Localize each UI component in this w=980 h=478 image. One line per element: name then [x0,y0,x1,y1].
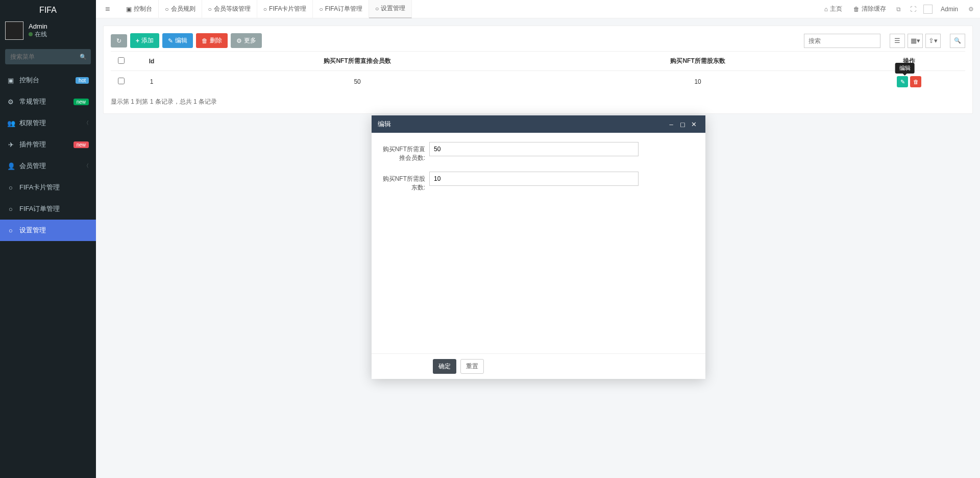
i-dash-icon [7,77,14,84]
home-icon [824,6,828,13]
admin-dropdown[interactable]: Admin [938,6,961,13]
modal-minimize-button[interactable] [666,121,677,128]
sidebar-item[interactable]: 会员管理〈 [0,155,96,177]
sidebar-item-label: FIFA订单管理 [19,204,60,213]
tab-label: 设置管理 [381,4,405,13]
chevron-left-icon: 〈 [84,162,89,170]
sidebar-item-label: 设置管理 [19,226,46,235]
sidebar-item[interactable]: FIFA订单管理 [0,198,96,220]
cell-id: 1 [131,71,172,93]
user-panel: Admin 在线 [0,15,96,46]
brand-title: FIFA [0,0,96,15]
i-circle-icon [165,6,168,13]
col-shareholders[interactable]: 购买NFT所需股东数 [543,52,853,71]
home-link[interactable]: 主页 [821,5,845,13]
field-members-label: 购买NFT所需直推会员数: [381,142,429,162]
sidebar-item[interactable]: 插件管理new [0,134,96,155]
i-circle-icon [7,205,14,213]
i-user-icon [7,162,14,170]
add-button[interactable]: 添加 [130,33,159,48]
tab[interactable]: FIFA订单管理 [313,0,369,18]
tab-label: 会员等级管理 [214,5,251,13]
table-search-input[interactable] [804,34,880,48]
topbar: 控制台会员规则会员等级管理FIFA卡片管理FIFA订单管理设置管理 主页 清除缓… [96,0,980,18]
i-cogs-icon [7,98,14,106]
col-members[interactable]: 购买NFT所需直推会员数 [172,52,543,71]
sidebar: FIFA Admin 在线 控制台hot常规管理new权限管理〈插件管理new会… [0,0,96,478]
sidebar-badge: new [74,141,89,148]
tab[interactable]: FIFA卡片管理 [257,0,313,18]
sidebar-item-label: FIFA卡片管理 [19,183,60,192]
edit-button[interactable]: 编辑 [162,33,193,48]
sidebar-search-input[interactable] [5,49,91,64]
refresh-button[interactable] [111,34,127,47]
columns-button[interactable]: ▾ [908,34,923,48]
i-circle-icon [375,5,379,12]
trash-icon [853,6,860,13]
i-dash-icon [126,6,132,13]
table-row: 1 50 10 编辑 [111,71,965,93]
user-status: 在线 [29,30,47,39]
row-checkbox[interactable] [118,78,125,84]
export-button[interactable]: ▾ [925,34,941,48]
refresh-icon [116,37,121,44]
i-circle-icon [7,184,14,192]
field-shareholders-input[interactable] [429,172,639,186]
edit-tooltip: 编辑 [895,63,915,74]
copy-icon[interactable] [894,6,903,13]
field-shareholders-label: 购买NFT所需股东数: [381,172,429,192]
tab[interactable]: 控制台 [120,0,159,18]
select-all-checkbox[interactable] [118,57,125,64]
trash-icon [202,37,208,44]
i-circle-icon [7,227,14,234]
search-icon[interactable] [80,53,87,60]
more-button[interactable]: 更多 [231,33,262,48]
sidebar-item[interactable]: FIFA卡片管理 [0,177,96,198]
i-plane-icon [7,141,14,149]
sidebar-item-label: 权限管理 [19,118,46,128]
pencil-icon [168,37,173,44]
sidebar-menu: 控制台hot常规管理new权限管理〈插件管理new会员管理〈FIFA卡片管理FI… [0,69,96,241]
user-name: Admin [29,22,47,30]
tab[interactable]: 设置管理 [369,0,412,18]
modal-header[interactable]: 编辑 [372,115,705,133]
tab-label: 控制台 [134,5,152,13]
sidebar-item-label: 常规管理 [19,97,46,106]
tab-label: FIFA卡片管理 [269,5,306,13]
clear-cache-link[interactable]: 清除缓存 [850,5,889,13]
sidebar-item-label: 插件管理 [19,140,46,149]
edit-modal: 编辑 购买NFT所需直推会员数: 购买NFT所需股东数: [372,115,705,379]
modal-reset-button[interactable]: 重置 [460,359,484,374]
tab[interactable]: 会员等级管理 [202,0,257,18]
common-search-button[interactable] [950,34,965,48]
sidebar-item[interactable]: 权限管理〈 [0,112,96,134]
field-members-input[interactable] [429,142,639,156]
i-circle-icon [319,6,323,13]
modal-title: 编辑 [378,119,666,129]
tab[interactable]: 会员规则 [159,0,202,18]
i-circle-icon [263,6,267,13]
cell-shareholders: 10 [543,71,853,93]
sidebar-badge: hot [76,77,89,84]
modal-ok-button[interactable]: 确定 [433,359,456,374]
sidebar-item[interactable]: 常规管理new [0,91,96,112]
cell-members: 50 [172,71,543,93]
settings-icon[interactable] [966,6,976,13]
modal-close-button[interactable] [688,121,699,128]
sidebar-item[interactable]: 控制台hot [0,69,96,91]
row-delete-button[interactable] [910,76,921,87]
menu-toggle-icon[interactable] [100,5,115,14]
sidebar-item[interactable]: 设置管理 [0,220,96,241]
fullscreen-icon[interactable] [908,6,918,13]
main-panel: 添加 编辑 删除 更多 ▾ ▾ [103,26,973,114]
gear-icon [236,37,242,44]
delete-button[interactable]: 删除 [196,33,228,48]
record-info: 显示第 1 到第 1 条记录，总共 1 条记录 [111,98,965,106]
toolbar: 添加 编辑 删除 更多 ▾ ▾ [111,33,965,48]
modal-maximize-button[interactable] [677,121,688,128]
col-id[interactable]: Id [131,52,172,71]
avatar [5,21,23,40]
row-edit-button[interactable] [897,76,908,87]
view-list-button[interactable] [890,34,905,48]
sidebar-item-label: 控制台 [19,76,39,85]
